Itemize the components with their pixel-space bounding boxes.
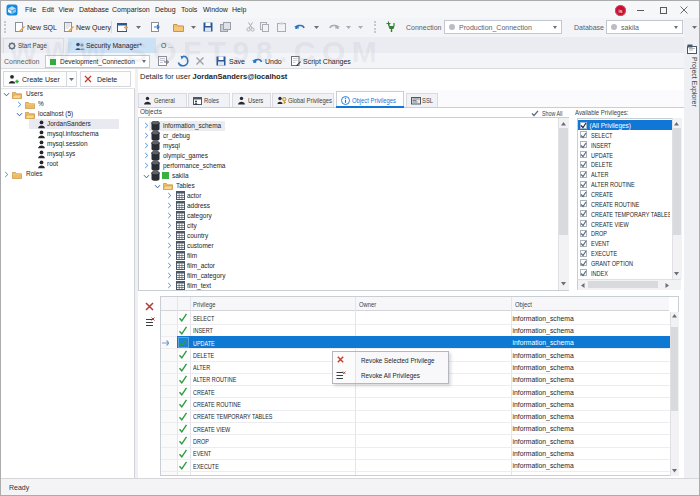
svg-text:is: is xyxy=(619,8,623,14)
